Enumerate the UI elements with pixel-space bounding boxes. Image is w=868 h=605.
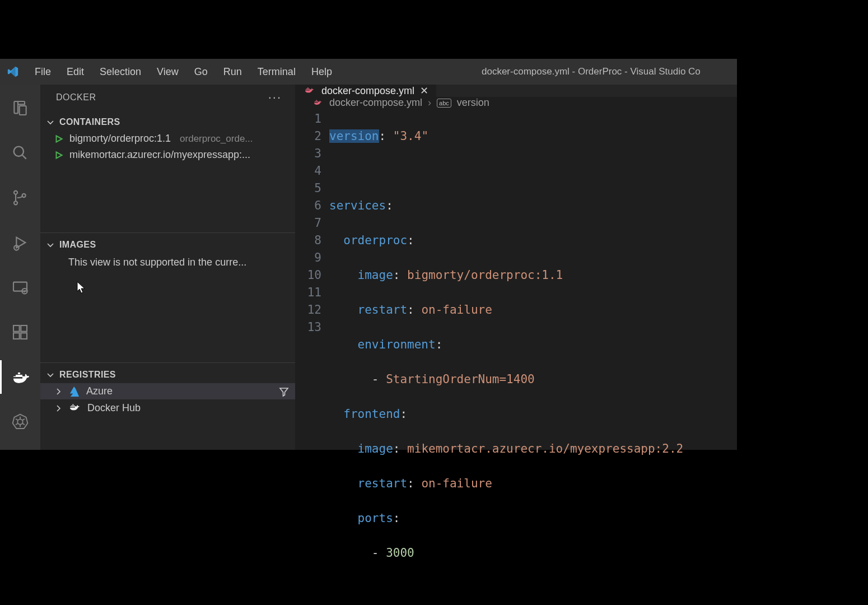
svg-rect-0 xyxy=(20,106,26,115)
docker-whale-icon xyxy=(304,85,316,97)
close-icon[interactable]: ✕ xyxy=(420,85,428,97)
section-images: Images This view is not supported in the… xyxy=(40,232,295,362)
tab-docker-compose[interactable]: docker-compose.yml ✕ xyxy=(296,85,437,97)
svg-rect-9 xyxy=(13,333,20,339)
docker-sidebar: DOCKER ··· Containers bigmorty/orderproc… xyxy=(40,85,296,450)
docker-whale-icon xyxy=(312,97,324,109)
menu-bar: File Edit Selection View Go Run Terminal… xyxy=(27,64,340,80)
section-containers: Containers bigmorty/orderproc:1.1 orderp… xyxy=(40,110,295,232)
menu-file[interactable]: File xyxy=(27,64,59,80)
breadcrumbs[interactable]: docker-compose.yml › abc version xyxy=(296,97,737,109)
svg-rect-11 xyxy=(21,325,27,332)
container-name: mikemortacr.azurecr.io/myexpressapp:... xyxy=(69,149,250,161)
play-icon xyxy=(54,150,64,160)
filter-icon[interactable] xyxy=(278,386,290,397)
menu-go[interactable]: Go xyxy=(186,64,216,80)
editor-tabs: docker-compose.yml ✕ xyxy=(296,85,737,97)
container-row[interactable]: mikemortacr.azurecr.io/myexpressapp:... xyxy=(40,147,295,163)
chevron-right-icon: › xyxy=(428,97,431,109)
docker-whale-icon xyxy=(68,402,82,415)
svg-point-3 xyxy=(14,201,17,204)
activity-extensions[interactable] xyxy=(0,315,40,349)
code-lines[interactable]: version: "3.4" services: orderproc: imag… xyxy=(329,110,737,597)
activity-kubernetes[interactable] xyxy=(0,405,40,439)
menu-edit[interactable]: Edit xyxy=(59,64,92,80)
registry-label: Docker Hub xyxy=(87,402,141,414)
activity-scm[interactable] xyxy=(0,181,40,215)
svg-point-2 xyxy=(14,191,17,194)
images-header[interactable]: Images xyxy=(40,236,295,253)
breadcrumb-file[interactable]: docker-compose.yml xyxy=(329,97,422,109)
svg-rect-6 xyxy=(13,282,27,291)
menu-terminal[interactable]: Terminal xyxy=(250,64,304,80)
container-name: bigmorty/orderproc:1.1 xyxy=(69,133,171,145)
svg-point-1 xyxy=(14,147,24,156)
activity-search[interactable] xyxy=(0,136,40,170)
sidebar-title: DOCKER xyxy=(56,92,96,103)
svg-rect-8 xyxy=(13,325,20,332)
sidebar-more-icon[interactable]: ··· xyxy=(268,90,282,105)
images-label: Images xyxy=(59,240,96,250)
activity-bar xyxy=(0,85,40,450)
tab-label: docker-compose.yml xyxy=(321,85,414,97)
activity-explorer[interactable] xyxy=(0,91,40,125)
section-registries: Registries Azure Docker Hub xyxy=(40,362,295,417)
menu-view[interactable]: View xyxy=(149,64,186,80)
images-unsupported-note: This view is not supported in the curre.… xyxy=(40,253,295,271)
chevron-right-icon xyxy=(54,404,63,413)
chevron-down-icon xyxy=(46,370,55,379)
chevron-right-icon xyxy=(54,387,63,396)
svg-point-12 xyxy=(17,419,22,424)
breadcrumb-symbol[interactable]: version xyxy=(457,97,489,109)
activity-docker[interactable] xyxy=(0,360,40,394)
chevron-down-icon xyxy=(46,240,55,249)
editor-area: docker-compose.yml ✕ docker-compose.yml … xyxy=(296,85,737,450)
registry-row-dockerhub[interactable]: Docker Hub xyxy=(40,399,295,417)
app-window: File Edit Selection View Go Run Terminal… xyxy=(0,59,737,450)
activity-debug[interactable] xyxy=(0,226,40,259)
containers-header[interactable]: Containers xyxy=(40,114,295,131)
vscode-logo-icon xyxy=(7,66,19,78)
registry-label: Azure xyxy=(86,385,113,397)
registries-header[interactable]: Registries xyxy=(40,366,295,383)
line-numbers: 12345678910111213 xyxy=(296,110,329,597)
chevron-down-icon xyxy=(46,118,55,127)
menu-selection[interactable]: Selection xyxy=(92,64,149,80)
container-row[interactable]: bigmorty/orderproc:1.1 orderproc_orde... xyxy=(40,131,295,147)
code-editor[interactable]: 12345678910111213 version: "3.4" service… xyxy=(296,109,737,597)
symbol-string-icon: abc xyxy=(437,99,451,108)
activity-remote[interactable] xyxy=(0,271,40,304)
containers-label: Containers xyxy=(59,117,120,127)
svg-rect-10 xyxy=(21,333,27,339)
registries-label: Registries xyxy=(59,370,116,380)
title-bar: File Edit Selection View Go Run Terminal… xyxy=(0,59,737,85)
container-desc: orderproc_orde... xyxy=(180,133,253,145)
registry-row-azure[interactable]: Azure xyxy=(40,383,295,399)
menu-run[interactable]: Run xyxy=(216,64,250,80)
menu-help[interactable]: Help xyxy=(304,64,340,80)
play-icon xyxy=(54,134,64,144)
window-title: docker-compose.yml - OrderProc - Visual … xyxy=(482,66,701,77)
azure-icon xyxy=(68,387,81,397)
